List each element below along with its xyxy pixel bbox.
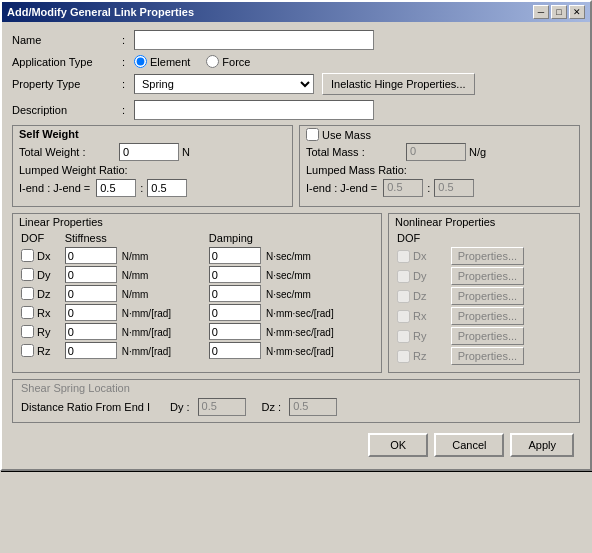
nl-props-btn-3[interactable]: Properties...: [451, 307, 524, 325]
mass-jend-input: 0.5: [434, 179, 474, 197]
linear-row: Rz N·mm/[rad] N·mm·sec/[rad]: [19, 341, 375, 360]
linear-dof-cb-3[interactable]: [21, 306, 34, 319]
nonlinear-row: Dy Properties...: [395, 266, 573, 286]
cancel-button[interactable]: Cancel: [434, 433, 504, 457]
total-weight-input[interactable]: [119, 143, 179, 161]
stiffness-unit-3: N·mm/[rad]: [122, 308, 171, 319]
linear-row: Rx N·mm/[rad] N·mm·sec/[rad]: [19, 303, 375, 322]
inelastic-btn[interactable]: Inelastic Hinge Properties...: [322, 73, 475, 95]
dialog-content: Name : Application Type : Element Force …: [2, 22, 590, 469]
dy-input: 0.5: [198, 398, 246, 416]
lumped-weight-row: Lumped Weight Ratio:: [19, 164, 286, 176]
use-mass-checkbox[interactable]: [306, 128, 319, 141]
linear-dof-label-5: Rz: [37, 345, 50, 357]
weight-jend-input[interactable]: [147, 179, 187, 197]
app-type-label: Application Type: [12, 56, 122, 68]
nl-dof-cb-1[interactable]: [397, 270, 410, 283]
use-mass-checkbox-label[interactable]: Use Mass: [306, 128, 371, 141]
minimize-button[interactable]: ─: [533, 5, 549, 19]
shear-spring-title: Shear Spring Location: [21, 382, 571, 394]
linear-dof-cb-5[interactable]: [21, 344, 34, 357]
linear-dof-label-1: Dy: [37, 269, 50, 281]
nonlinear-row: Rz Properties...: [395, 346, 573, 366]
nl-props-btn-5[interactable]: Properties...: [451, 347, 524, 365]
name-label: Name: [12, 34, 122, 46]
nonlinear-row: Dz Properties...: [395, 286, 573, 306]
damping-input-2[interactable]: [209, 285, 261, 302]
linear-dof-cb-0[interactable]: [21, 249, 34, 262]
lumped-mass-row: Lumped Mass Ratio:: [306, 164, 573, 176]
description-input[interactable]: [134, 100, 374, 120]
damping-unit-2: N·sec/mm: [266, 289, 311, 300]
prop-type-select[interactable]: Spring: [134, 74, 314, 94]
dz-label: Dz :: [262, 401, 282, 413]
dy-label: Dy :: [170, 401, 190, 413]
app-type-row: Application Type : Element Force: [12, 55, 580, 68]
damping-input-0[interactable]: [209, 247, 261, 264]
title-bar: Add/Modify General Link Properties ─ □ ✕: [2, 2, 590, 22]
damping-input-3[interactable]: [209, 304, 261, 321]
nl-dof-cb-4[interactable]: [397, 330, 410, 343]
stiffness-input-4[interactable]: [65, 323, 117, 340]
damping-unit-3: N·mm·sec/[rad]: [266, 308, 334, 319]
total-weight-row: Total Weight : N: [19, 143, 286, 161]
stiffness-input-3[interactable]: [65, 304, 117, 321]
nonlinear-row: Ry Properties...: [395, 326, 573, 346]
linear-dof-cb-1[interactable]: [21, 268, 34, 281]
linear-dof-cb-2[interactable]: [21, 287, 34, 300]
col-stiffness-header: Stiffness: [63, 232, 207, 246]
close-button[interactable]: ✕: [569, 5, 585, 19]
use-mass-box: Use Mass Total Mass : 0 N/g Lumped Mass …: [299, 125, 580, 207]
nl-props-btn-0[interactable]: Properties...: [451, 247, 524, 265]
ok-button[interactable]: OK: [368, 433, 428, 457]
damping-input-4[interactable]: [209, 323, 261, 340]
total-weight-label: Total Weight :: [19, 146, 119, 158]
nl-dof-cb-5[interactable]: [397, 350, 410, 363]
damping-input-5[interactable]: [209, 342, 261, 359]
nl-dof-cb-0[interactable]: [397, 250, 410, 263]
mass-iend-input: 0.5: [383, 179, 423, 197]
linear-props-title: Linear Properties: [19, 216, 375, 228]
nl-dof-label-2: Dz: [413, 290, 426, 302]
nl-dof-cb-3[interactable]: [397, 310, 410, 323]
linear-props-table: DOF Stiffness Damping Dx N/mm N·sec/mm: [19, 232, 375, 360]
linear-dof-cb-4[interactable]: [21, 325, 34, 338]
force-radio[interactable]: [206, 55, 219, 68]
stiffness-input-5[interactable]: [65, 342, 117, 359]
damping-unit-5: N·mm·sec/[rad]: [266, 346, 334, 357]
damping-unit-1: N·sec/mm: [266, 270, 311, 281]
damping-input-1[interactable]: [209, 266, 261, 283]
nl-dof-label-1: Dy: [413, 270, 426, 282]
element-radio[interactable]: [134, 55, 147, 68]
col-damping-header: Damping: [207, 232, 375, 246]
maximize-button[interactable]: □: [551, 5, 567, 19]
lin-nonlin-section: Linear Properties DOF Stiffness Damping …: [12, 213, 580, 373]
stiffness-unit-0: N/mm: [122, 251, 149, 262]
apply-button[interactable]: Apply: [510, 433, 574, 457]
stiffness-input-1[interactable]: [65, 266, 117, 283]
description-row: Description :: [12, 100, 580, 120]
lumped-weight-label: Lumped Weight Ratio:: [19, 164, 128, 176]
lumped-mass-label: Lumped Mass Ratio:: [306, 164, 407, 176]
name-input[interactable]: [134, 30, 374, 50]
linear-dof-label-0: Dx: [37, 250, 50, 262]
stiffness-unit-1: N/mm: [122, 270, 149, 281]
stiffness-input-0[interactable]: [65, 247, 117, 264]
nl-dof-cb-2[interactable]: [397, 290, 410, 303]
name-row: Name :: [12, 30, 580, 50]
nl-props-btn-2[interactable]: Properties...: [451, 287, 524, 305]
weight-iend-input[interactable]: [96, 179, 136, 197]
force-radio-label[interactable]: Force: [206, 55, 250, 68]
nl-props-btn-4[interactable]: Properties...: [451, 327, 524, 345]
element-radio-label[interactable]: Element: [134, 55, 190, 68]
damping-unit-4: N·mm·sec/[rad]: [266, 327, 334, 338]
window-title: Add/Modify General Link Properties: [7, 6, 194, 18]
nl-props-btn-1[interactable]: Properties...: [451, 267, 524, 285]
self-weight-box: Self Weight Total Weight : N Lumped Weig…: [12, 125, 293, 207]
nl-dof-label-3: Rx: [413, 310, 426, 322]
self-weight-use-mass-row: Self Weight Total Weight : N Lumped Weig…: [12, 125, 580, 207]
nonlinear-row: Dx Properties...: [395, 246, 573, 266]
stiffness-input-2[interactable]: [65, 285, 117, 302]
linear-props-box: Linear Properties DOF Stiffness Damping …: [12, 213, 382, 373]
main-window: Add/Modify General Link Properties ─ □ ✕…: [0, 0, 592, 471]
